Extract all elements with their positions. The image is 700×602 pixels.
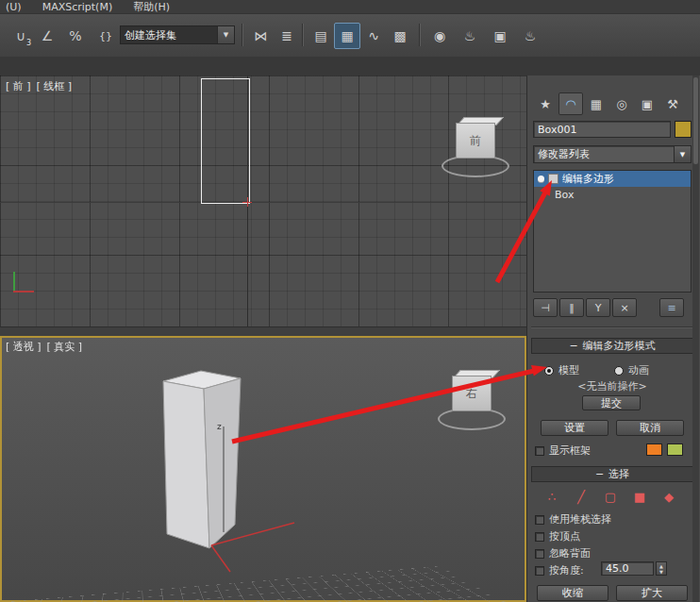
by-angle-value-field[interactable]: [601, 561, 654, 576]
tab-display-icon[interactable]: ▣: [635, 92, 659, 115]
align-icon[interactable]: ≣: [274, 23, 300, 49]
commit-button[interactable]: 提交: [582, 395, 641, 410]
show-end-result-button[interactable]: ‖: [559, 298, 584, 317]
3dsmax-window: (U) MAXScript(M) 帮助(H) ∪3 ∠ % {} 创建选择集 ▼…: [0, 0, 700, 602]
rollout-title: 选择: [608, 467, 629, 481]
object-name-field[interactable]: [533, 121, 671, 138]
tab-modify-icon[interactable]: ◠: [558, 92, 583, 115]
show-cage-checkbox-icon[interactable]: [535, 446, 544, 456]
tab-motion-icon[interactable]: ◎: [609, 92, 634, 115]
subobject-border-icon[interactable]: ▢: [599, 487, 622, 506]
panel-scrollbar-thumb[interactable]: [693, 77, 698, 164]
checkbox-icon[interactable]: [535, 566, 544, 576]
menu-item-help[interactable]: 帮助(H): [133, 0, 170, 14]
main-toolbar: ∪3 ∠ % {} 创建选择集 ▼ ⋈ ≣ ▤ ▦ ∿ ▩ ◉ ♨ ▣ ♨: [0, 14, 700, 58]
toolbar-spacer: [0, 57, 700, 76]
material-editor-icon[interactable]: ◉: [426, 23, 453, 49]
box-wireframe[interactable]: [201, 78, 250, 204]
rollout-edit-poly-mode[interactable]: − 编辑多边形模式: [531, 338, 693, 354]
viewport-persp-shading-label[interactable]: [ 真实 ]: [47, 340, 83, 354]
radio-animate-icon[interactable]: [614, 366, 624, 376]
modifier-stack-row-box[interactable]: Box: [534, 187, 691, 202]
panel-scrollbar[interactable]: [692, 75, 699, 602]
viewport-perspective[interactable]: z [ 透视 ] [ 真实 ] 右: [0, 336, 526, 602]
by-vertex-checkbox[interactable]: 按顶点: [535, 529, 580, 543]
radio-animate[interactable]: 动画: [614, 363, 649, 377]
current-operation-label: <无当前操作>: [527, 379, 697, 393]
angle-spinner[interactable]: ▲ ▼: [656, 561, 667, 576]
tab-create-icon[interactable]: ★: [533, 92, 558, 115]
panel-divider: [531, 326, 693, 328]
show-cage-checkbox[interactable]: 显示框架: [535, 443, 591, 458]
collapse-icon: −: [595, 468, 604, 480]
modifier-icon: [548, 174, 558, 184]
toolbar-separator: [242, 24, 243, 46]
modifier-list-dropdown[interactable]: 修改器列表 ▼: [533, 145, 692, 163]
menu-item-maxscript[interactable]: MAXScript(M): [42, 1, 113, 13]
layer-manager-icon[interactable]: ▤: [308, 23, 334, 49]
modifier-stack-row-editpoly[interactable]: 编辑多边形: [534, 171, 691, 187]
render-setup-icon[interactable]: ♨: [457, 23, 483, 49]
mirror-icon[interactable]: ⋈: [247, 23, 274, 49]
rendered-frame-icon[interactable]: ▣: [487, 23, 513, 49]
percent-snap-icon[interactable]: %: [62, 23, 89, 49]
dropdown-arrow-icon[interactable]: ▼: [674, 146, 691, 162]
curve-editor-icon[interactable]: ∿: [360, 23, 387, 49]
combo-dropdown-icon[interactable]: ▼: [217, 26, 234, 43]
viewport-persp-view-label[interactable]: [ 透视 ]: [6, 340, 42, 354]
snaps-toggle-icon[interactable]: ∪3: [8, 23, 34, 49]
tab-hierarchy-icon[interactable]: ▦: [584, 92, 608, 115]
box-object-front-face[interactable]: [163, 381, 209, 548]
object-color-swatch[interactable]: [675, 121, 692, 138]
cage-color-swatch[interactable]: [646, 443, 662, 456]
front-grid: [0, 75, 526, 326]
toolbar-separator: [302, 24, 304, 46]
viewcube-front[interactable]: 前: [440, 115, 511, 177]
rollout-selection[interactable]: − 选择: [531, 466, 693, 482]
remove-modifier-button[interactable]: ×: [612, 298, 637, 317]
command-panel: ★ ◠ ▦ ◎ ▣ ⚒ 修改器列表 ▼ 编辑多边形 Box ⊣ ‖ Y × ≡: [526, 75, 700, 602]
modifier-list-label: 修改器列表: [534, 147, 674, 161]
shrink-button[interactable]: 收缩: [537, 585, 608, 601]
settings-button[interactable]: 设置: [541, 420, 608, 436]
cancel-button[interactable]: 取消: [616, 420, 684, 436]
subobject-vertex-icon[interactable]: ∴: [541, 487, 563, 506]
subobject-polygon-icon[interactable]: ■: [628, 487, 651, 506]
render-icon[interactable]: ♨: [517, 23, 543, 49]
subobject-element-icon[interactable]: ◆: [658, 487, 680, 506]
menu-item-customize[interactable]: (U): [6, 1, 22, 13]
tab-utilities-icon[interactable]: ⚒: [660, 92, 685, 115]
schematic-view-icon[interactable]: ▩: [387, 23, 413, 49]
named-selection-set-combo[interactable]: 创建选择集 ▼: [120, 25, 235, 44]
grow-button[interactable]: 扩大: [616, 585, 688, 601]
viewcube-right-face[interactable]: 右: [452, 376, 492, 411]
viewport-front-shading-label[interactable]: [ 线框 ]: [37, 79, 73, 93]
by-angle-checkbox[interactable]: 按角度:: [535, 563, 584, 577]
spinner-down-icon[interactable]: ▼: [659, 569, 663, 575]
checkbox-icon[interactable]: [535, 532, 544, 542]
configure-modifier-sets-button[interactable]: ≡: [659, 298, 684, 317]
box-object-side-face[interactable]: [204, 378, 241, 548]
modifier-visibility-bulb-icon[interactable]: [538, 176, 544, 182]
ground-axis-y: [211, 545, 230, 572]
cage-selected-color-swatch[interactable]: [667, 443, 683, 456]
origin-tick-y: [247, 197, 248, 207]
collapse-icon: −: [569, 340, 577, 352]
checkbox-icon[interactable]: [535, 515, 544, 525]
viewcube-perspective[interactable]: 右: [436, 368, 508, 430]
checkbox-icon[interactable]: [535, 549, 544, 559]
radio-model-icon[interactable]: [544, 366, 554, 376]
subobject-edge-icon[interactable]: ╱: [570, 487, 592, 506]
make-unique-button[interactable]: Y: [586, 298, 610, 317]
viewport-front-view-label[interactable]: [ 前 ]: [6, 79, 31, 93]
radio-model[interactable]: 模型: [544, 363, 579, 377]
viewcube-front-face[interactable]: 前: [456, 123, 495, 159]
viewport-front[interactable]: [ 前 ] [ 线框 ] 前: [0, 75, 526, 326]
use-stack-selection-checkbox[interactable]: 使用堆栈选择: [535, 512, 611, 527]
named-selection-set-value: 创建选择集: [121, 28, 217, 42]
pin-stack-button[interactable]: ⊣: [533, 298, 558, 317]
ignore-backfacing-checkbox[interactable]: 忽略背面: [535, 546, 591, 560]
ribbon-toggle-icon[interactable]: ▦: [334, 23, 360, 49]
edit-named-selection-sets-icon[interactable]: {}: [92, 23, 119, 49]
angle-snap-icon[interactable]: ∠: [34, 23, 60, 49]
